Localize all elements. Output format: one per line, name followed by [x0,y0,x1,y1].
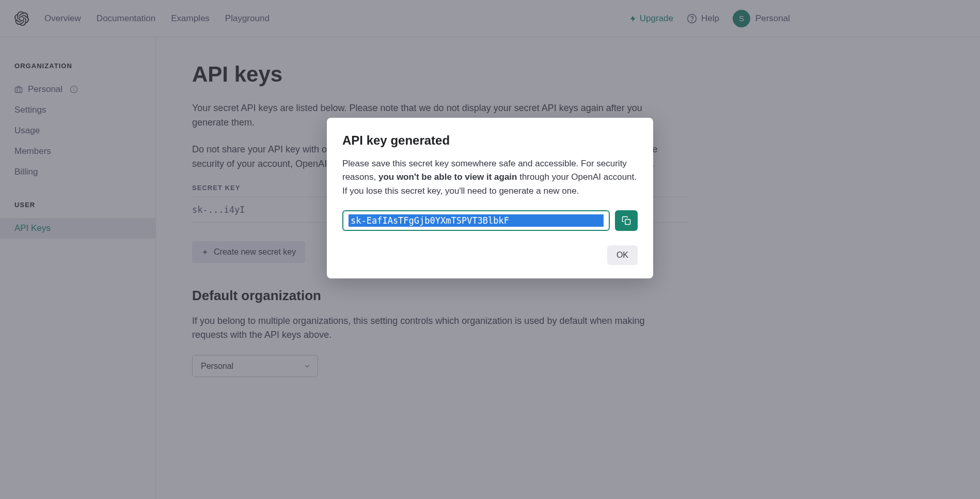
ok-button[interactable]: OK [607,245,638,265]
api-key-modal: API key generated Please save this secre… [327,118,653,278]
key-row: sk-EafIAsTFgGjb0YXmTSPVT3BlbkF sk-EafIAs… [342,210,638,231]
svg-rect-8 [625,220,630,225]
modal-text: Please save this secret key somewhere sa… [342,157,638,198]
modal-title: API key generated [342,133,638,148]
copy-icon [622,216,631,225]
copy-button[interactable] [615,210,638,231]
modal-overlay[interactable]: API key generated Please save this secre… [0,0,980,499]
modal-actions: OK [342,245,638,265]
api-key-value: sk-EafIAsTFgGjb0YXmTSPVT3BlbkF [351,215,509,226]
api-key-field[interactable]: sk-EafIAsTFgGjb0YXmTSPVT3BlbkF sk-EafIAs… [342,210,610,231]
modal-text-bold: you won't be able to view it again [378,172,517,182]
